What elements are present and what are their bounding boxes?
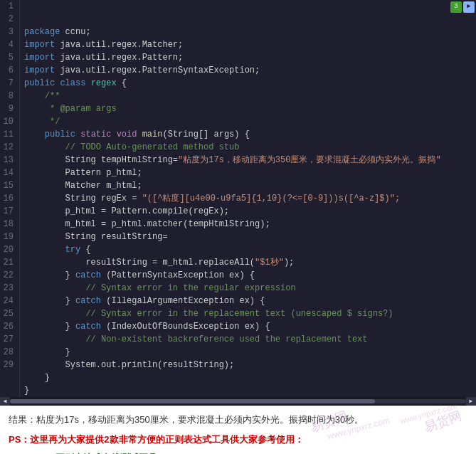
- code-line: package ccnu;: [24, 26, 472, 38]
- line-number: 22: [3, 269, 14, 282]
- line-number: 18: [3, 218, 14, 231]
- line-number: 16: [3, 192, 14, 205]
- code-line: } catch (IllegalArgumentException ex) {: [24, 295, 472, 307]
- code-line: String resultString=: [24, 231, 472, 243]
- code-line: }: [24, 346, 472, 359]
- line-number: 6: [3, 64, 14, 77]
- code-line: // Syntax error in the regular expressio…: [24, 282, 472, 295]
- line-number: 10: [3, 115, 14, 128]
- line-number: 24: [3, 295, 14, 307]
- code-line: import java.util.regex.Pattern;: [24, 51, 472, 64]
- code-line: import java.util.regex.Matcher;: [24, 38, 472, 51]
- line-numbers: 1234567891011121314151617181920212223242…: [0, 0, 20, 397]
- line-number: 17: [3, 205, 14, 218]
- line-number: 9: [3, 102, 14, 115]
- code-editor: 3 ▶ 123456789101112131415161718192021222…: [0, 0, 476, 406]
- code-line: }: [24, 384, 472, 397]
- line-number: 14: [3, 167, 14, 179]
- line-number: 4: [3, 38, 14, 51]
- code-line: p_html = Pattern.compile(regEx);: [24, 205, 472, 218]
- code-line: public class regex {: [24, 77, 472, 90]
- btn-3[interactable]: 3: [450, 1, 462, 13]
- line-number: 7: [3, 77, 14, 90]
- line-number: 11: [3, 128, 14, 141]
- code-line: } catch (IndexOutOfBoundsException ex) {: [24, 320, 472, 333]
- code-line: // Syntax error in the replacement text …: [24, 307, 472, 320]
- code-line: // Non-existent backreference used the r…: [24, 333, 472, 346]
- code-line: m_html = p_html.matcher(tempHtmlString);: [24, 218, 472, 231]
- code-line: // TODO Auto-generated method stub: [24, 141, 472, 154]
- line-number: 3: [3, 26, 14, 38]
- line-number: 5: [3, 51, 14, 64]
- line-number: 20: [3, 243, 14, 256]
- code-line: String tempHtmlString="粘度为17s，移动距离为350厘米…: [24, 154, 472, 167]
- line-number: 13: [3, 154, 14, 167]
- line-number: 19: [3, 231, 14, 243]
- code-line: resultString = m_html.replaceAll("$1秒");: [24, 256, 472, 269]
- line-number: 28: [3, 346, 14, 359]
- ps-text: PS：这里再为大家提供2款非常方便的正则表达式工具供大家参考使用：: [9, 433, 467, 446]
- h-scroll-row: ◀ ▶: [0, 397, 476, 406]
- line-number: 23: [3, 282, 14, 295]
- code-line: }: [24, 371, 472, 384]
- line-number: 8: [3, 90, 14, 102]
- line-number: 26: [3, 320, 14, 333]
- line-number: 25: [3, 307, 14, 320]
- result-text: 结果：粘度为17s，移动距离为350厘米，要求混凝土必须内实外光。振捣时间为30…: [9, 413, 467, 428]
- line-number: 15: [3, 179, 14, 192]
- line-number: 21: [3, 256, 14, 269]
- code-line: System.out.println(resultString);: [24, 359, 472, 371]
- line-number: 1: [3, 0, 14, 13]
- line-number: 29: [3, 359, 14, 371]
- code-line: String regEx = "([^粘度][u4e00-u9fa5]{1,10…: [24, 192, 472, 205]
- code-line: import java.util.regex.PatternSyntaxExce…: [24, 64, 472, 77]
- code-line: /**: [24, 90, 472, 102]
- bottom-content: 易货网 www.ynpxrz.com 易货网 www.ynpxrz.com 易货…: [0, 406, 476, 454]
- scroll-right-arrow[interactable]: ▶: [466, 397, 476, 406]
- code-line: Matcher m_html;: [24, 179, 472, 192]
- scrollbar-track[interactable]: [10, 399, 466, 403]
- line-number: 27: [3, 333, 14, 346]
- code-line: } catch (PatternSyntaxException ex) {: [24, 269, 472, 282]
- code-line: * @param args: [24, 102, 472, 115]
- code-line: Pattern p_html;: [24, 167, 472, 179]
- code-content: package ccnu;import java.util.regex.Matc…: [20, 0, 476, 397]
- scrollbar-thumb: [10, 399, 375, 403]
- line-number: 2: [3, 13, 14, 26]
- scroll-left-arrow[interactable]: ◀: [0, 397, 10, 406]
- code-line: try {: [24, 243, 472, 256]
- code-line: public static void main(String[] args) {: [24, 128, 472, 141]
- code-line: */: [24, 115, 472, 128]
- btn-expand[interactable]: ▶: [463, 1, 475, 13]
- line-number: 12: [3, 141, 14, 154]
- editor-topbar: 3 ▶: [450, 1, 475, 13]
